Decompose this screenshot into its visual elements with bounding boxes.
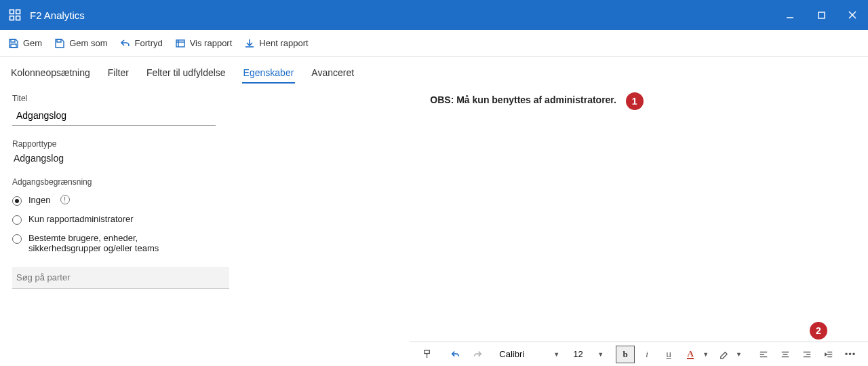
undo-icon (120, 38, 131, 49)
editor-redo-button[interactable] (468, 346, 487, 363)
report-icon (175, 38, 186, 49)
radio-none-label: Ingen (28, 195, 51, 205)
download-report-label: Hent rapport (259, 38, 308, 48)
radio-specific-label: Bestemte brugere, enheder, sikkerhedsgru… (28, 233, 198, 253)
editor-note: OBS: Må kun benyttes af administratorer. (430, 94, 616, 105)
titlebar: F2 Analytics (0, 0, 868, 30)
radio-admins[interactable] (12, 215, 22, 225)
tab-advanced[interactable]: Avanceret (310, 67, 355, 84)
editor-pane: OBS: Må kun benyttes af administratorer.… (410, 84, 868, 366)
radio-admins-row[interactable]: Kun rapportadministratorer (12, 210, 396, 229)
access-label: Adgangsbegrænsning (12, 177, 396, 187)
reporttype-label: Rapporttype (12, 139, 396, 149)
close-button[interactable] (837, 0, 868, 30)
app-title: F2 Analytics (30, 10, 774, 21)
editor-area[interactable]: OBS: Må kun benyttes af administratorer.… (410, 84, 868, 342)
download-icon (244, 38, 255, 49)
show-report-label: Vis rapport (190, 38, 233, 48)
download-report-button[interactable]: Hent rapport (244, 38, 308, 49)
font-family-select[interactable] (496, 348, 551, 361)
main-toolbar: Gem Gem som Fortryd Vis rapport Hent rap… (0, 30, 868, 57)
more-button[interactable]: ••• (841, 346, 860, 363)
svg-rect-2 (10, 16, 14, 20)
indent-button[interactable] (819, 346, 838, 363)
properties-pane: Titel Rapporttype Adgangslog Adgangsbegr… (0, 84, 410, 366)
radio-none[interactable] (12, 196, 22, 206)
underline-button[interactable]: u (659, 346, 678, 363)
info-icon[interactable]: ! (60, 195, 70, 204)
tab-filter[interactable]: Filter (106, 67, 130, 84)
save-label: Gem (23, 38, 42, 48)
svg-rect-9 (11, 44, 16, 48)
svg-rect-10 (57, 39, 61, 42)
radio-none-row[interactable]: Ingen ! (12, 191, 396, 210)
save-icon (8, 38, 19, 49)
save-button[interactable]: Gem (8, 38, 42, 49)
radio-specific[interactable] (12, 234, 22, 244)
title-input[interactable] (12, 107, 216, 126)
search-parties-input[interactable] (12, 267, 229, 289)
align-left-button[interactable] (754, 346, 773, 363)
access-radio-group: Ingen ! Kun rapportadministratorer Beste… (12, 191, 396, 257)
svg-rect-1 (16, 10, 20, 14)
tab-properties[interactable]: Egenskaber (242, 67, 296, 84)
undo-label: Fortryd (135, 38, 163, 48)
highlight-button[interactable] (714, 346, 733, 363)
tab-column-setup[interactable]: Kolonneopsætning (9, 67, 92, 84)
chevron-down-icon[interactable]: ▼ (597, 351, 604, 358)
align-right-button[interactable] (797, 346, 816, 363)
italic-button[interactable]: i (637, 346, 656, 363)
svg-rect-5 (818, 12, 825, 18)
save-as-button[interactable]: Gem som (54, 38, 107, 49)
save-as-icon (54, 38, 65, 49)
app-icon (8, 8, 22, 22)
editor-undo-button[interactable] (446, 346, 465, 363)
svg-rect-14 (425, 350, 430, 354)
font-size-select[interactable] (572, 348, 595, 361)
font-color-button[interactable]: A (681, 346, 700, 363)
tab-fields[interactable]: Felter til udfyldelse (145, 67, 227, 84)
save-as-label: Gem som (69, 38, 107, 48)
title-label: Titel (12, 94, 396, 103)
reporttype-value: Adgangslog (14, 153, 396, 164)
chevron-down-icon[interactable]: ▼ (703, 351, 709, 358)
radio-admins-label: Kun rapportadministratorer (28, 214, 134, 224)
radio-specific-row[interactable]: Bestemte brugere, enheder, sikkerhedsgru… (12, 229, 396, 257)
svg-rect-3 (16, 16, 20, 20)
minimize-button[interactable] (774, 0, 806, 30)
chevron-down-icon[interactable]: ▼ (553, 351, 559, 358)
maximize-button[interactable] (806, 0, 837, 30)
tab-bar: Kolonneopsætning Filter Felter til udfyl… (0, 57, 868, 84)
editor-toolbar: 2 ▼ ▼ b i u A ▼ (410, 342, 868, 366)
align-center-button[interactable] (776, 346, 795, 363)
undo-button[interactable]: Fortryd (120, 38, 163, 49)
callout-badge-2: 2 (810, 322, 827, 340)
content: Titel Rapporttype Adgangslog Adgangsbegr… (0, 84, 868, 366)
svg-rect-11 (176, 40, 184, 47)
bold-button[interactable]: b (616, 346, 635, 363)
chevron-down-icon[interactable]: ▼ (736, 351, 742, 358)
svg-rect-8 (11, 39, 15, 42)
show-report-button[interactable]: Vis rapport (175, 38, 233, 49)
window-controls (774, 0, 868, 30)
format-painter-button[interactable] (418, 346, 437, 363)
svg-rect-0 (10, 10, 14, 14)
callout-badge-1: 1 (626, 92, 644, 110)
